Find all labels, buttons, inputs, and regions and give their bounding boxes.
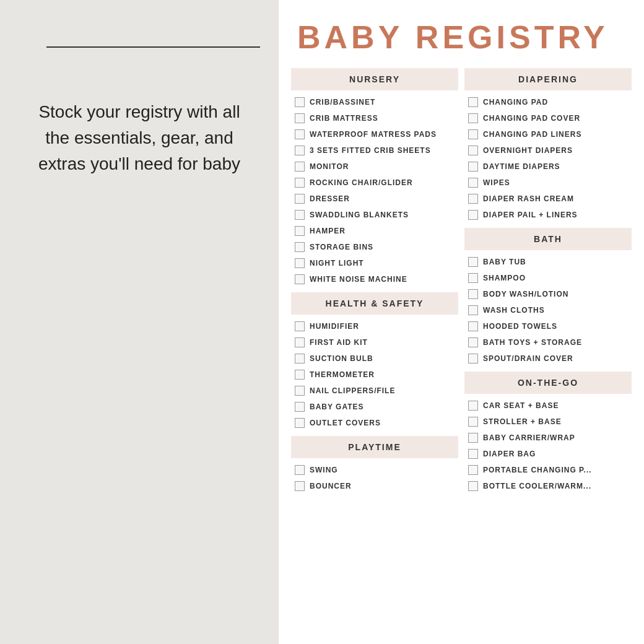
list-item: PORTABLE CHANGING P... xyxy=(464,462,632,478)
checkbox[interactable] xyxy=(295,465,305,475)
checkbox[interactable] xyxy=(468,289,478,299)
item-label: BABY CARRIER/WRAP xyxy=(483,433,575,442)
item-label: CHANGING PAD xyxy=(483,98,548,107)
list-item: SWADDLING BLANKETS xyxy=(291,207,458,223)
checkbox[interactable] xyxy=(468,194,478,204)
checkbox[interactable] xyxy=(468,113,478,123)
item-label: DIAPER RASH CREAM xyxy=(483,194,574,203)
checkbox[interactable] xyxy=(468,146,478,155)
item-label: BATH TOYS + STORAGE xyxy=(483,338,582,347)
checkbox[interactable] xyxy=(295,321,305,331)
list-item: NIGHT LIGHT xyxy=(291,255,458,271)
list-item: BABY TUB xyxy=(464,254,632,270)
list-item: CAR SEAT + BASE xyxy=(464,398,632,414)
list-item: BOUNCER xyxy=(291,478,458,494)
checkbox[interactable] xyxy=(468,433,478,443)
checkbox[interactable] xyxy=(468,257,478,267)
checkbox[interactable] xyxy=(295,418,305,428)
checkbox[interactable] xyxy=(468,273,478,283)
item-label: BODY WASH/LOTION xyxy=(483,290,568,298)
item-label: STROLLER + BASE xyxy=(483,417,562,426)
checkbox[interactable] xyxy=(295,178,305,188)
checkbox[interactable] xyxy=(295,113,305,123)
list-item: SPOUT/DRAIN COVER xyxy=(464,350,632,367)
checkbox[interactable] xyxy=(295,146,305,155)
checkbox[interactable] xyxy=(468,305,478,315)
checkbox[interactable] xyxy=(295,194,305,204)
list-item: BODY WASH/LOTION xyxy=(464,286,632,302)
checkbox[interactable] xyxy=(295,210,305,220)
list-item: DIAPER RASH CREAM xyxy=(464,191,632,207)
list-item: SWING xyxy=(291,462,458,478)
item-label: SWING xyxy=(310,466,338,474)
column-0: NURSERYCRIB/BASSINETCRIB MATTRESSWATERPR… xyxy=(291,68,458,644)
item-label: ROCKING CHAIR/GLIDER xyxy=(310,178,413,187)
item-label: THERMOMETER xyxy=(310,370,375,379)
item-label: SWADDLING BLANKETS xyxy=(310,211,409,219)
section-header-0-0: NURSERY xyxy=(291,68,458,90)
checkbox[interactable] xyxy=(295,242,305,252)
left-panel: Stock your registry with all the essenti… xyxy=(0,0,279,644)
list-item: FIRST AID KIT xyxy=(291,334,458,350)
left-description: Stock your registry with all the essenti… xyxy=(0,99,279,177)
item-label: DRESSER xyxy=(310,194,350,203)
list-item: CHANGING PAD xyxy=(464,94,632,110)
checkbox[interactable] xyxy=(295,370,305,380)
checkbox[interactable] xyxy=(295,226,305,236)
checkbox[interactable] xyxy=(295,337,305,347)
item-label: BOTTLE COOLER/WARM... xyxy=(483,482,591,490)
checkbox[interactable] xyxy=(468,337,478,347)
checkbox[interactable] xyxy=(295,402,305,412)
checkbox[interactable] xyxy=(295,129,305,139)
checkbox[interactable] xyxy=(295,258,305,268)
item-label: NAIL CLIPPERS/FILE xyxy=(310,386,395,395)
checkbox[interactable] xyxy=(468,210,478,220)
checkbox[interactable] xyxy=(468,178,478,188)
list-item: WHITE NOISE MACHINE xyxy=(291,271,458,287)
checkbox[interactable] xyxy=(295,386,305,396)
checkbox[interactable] xyxy=(468,129,478,139)
list-item: WATERPROOF MATRESS PADS xyxy=(291,126,458,142)
item-label: WHITE NOISE MACHINE xyxy=(310,275,407,284)
list-item: CHANGING PAD LINERS xyxy=(464,126,632,142)
checkbox[interactable] xyxy=(295,274,305,284)
checkbox[interactable] xyxy=(468,465,478,475)
item-label: BOUNCER xyxy=(310,482,352,490)
section-header-0-2: PLAYTIME xyxy=(291,436,458,458)
checkbox[interactable] xyxy=(468,354,478,363)
checkbox[interactable] xyxy=(468,162,478,172)
item-label: PORTABLE CHANGING P... xyxy=(483,466,592,474)
item-label: CHANGING PAD LINERS xyxy=(483,130,581,139)
list-item: STORAGE BINS xyxy=(291,239,458,255)
list-item: CRIB MATTRESS xyxy=(291,110,458,126)
list-item: HUMIDIFIER xyxy=(291,318,458,334)
item-label: CAR SEAT + BASE xyxy=(483,401,559,410)
item-label: DIAPER PAIL + LINERS xyxy=(483,211,578,219)
checkbox[interactable] xyxy=(295,354,305,363)
page-title: BABY REGISTRY xyxy=(291,19,632,56)
list-item: DIAPER PAIL + LINERS xyxy=(464,207,632,223)
list-item: THERMOMETER xyxy=(291,367,458,383)
checkbox[interactable] xyxy=(468,321,478,331)
content-columns: NURSERYCRIB/BASSINETCRIB MATTRESSWATERPR… xyxy=(291,68,632,644)
checkbox[interactable] xyxy=(468,417,478,427)
checkbox[interactable] xyxy=(295,481,305,491)
list-item: WIPES xyxy=(464,175,632,191)
checkbox[interactable] xyxy=(468,401,478,411)
item-label: DAYTIME DIAPERS xyxy=(483,162,560,171)
item-label: HUMIDIFIER xyxy=(310,322,359,331)
checkbox[interactable] xyxy=(468,97,478,107)
list-item: SUCTION BULB xyxy=(291,350,458,367)
list-item: 3 SETS FITTED CRIB SHEETS xyxy=(291,142,458,159)
item-label: SHAMPOO xyxy=(483,274,526,282)
item-label: FIRST AID KIT xyxy=(310,338,368,347)
item-label: WASH CLOTHS xyxy=(483,306,545,315)
item-label: SPOUT/DRAIN COVER xyxy=(483,354,573,363)
checkbox[interactable] xyxy=(295,162,305,172)
list-item: NAIL CLIPPERS/FILE xyxy=(291,383,458,399)
checkbox[interactable] xyxy=(468,481,478,491)
item-label: OUTLET COVERS xyxy=(310,419,381,427)
checkbox[interactable] xyxy=(295,97,305,107)
item-label: STORAGE BINS xyxy=(310,243,373,251)
checkbox[interactable] xyxy=(468,449,478,459)
